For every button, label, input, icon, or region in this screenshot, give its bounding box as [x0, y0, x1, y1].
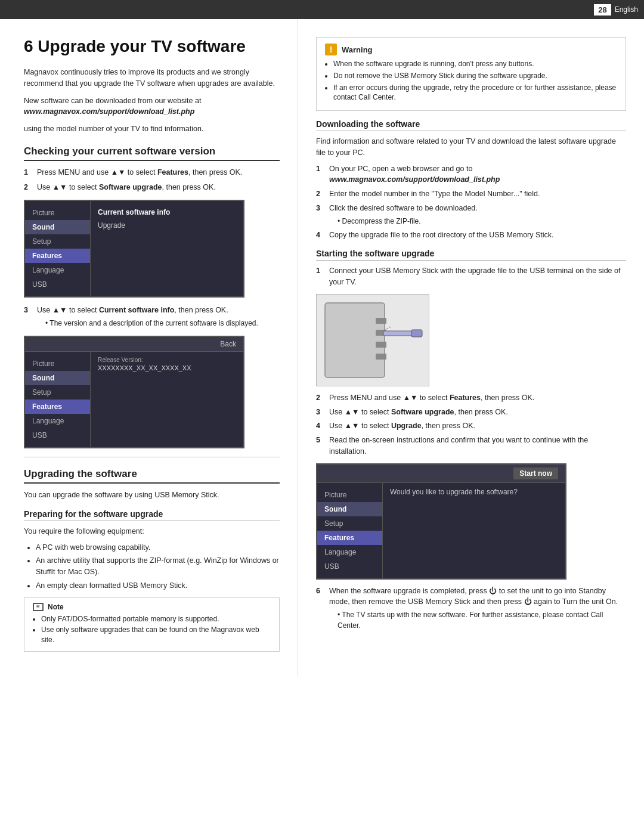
page-title: 6 Upgrade your TV software: [24, 37, 280, 56]
checking-steps: 1 Press MENU and use ▲▼ to select Featur…: [24, 167, 280, 193]
starting-steps-3: 6 When the software upgrade is completed…: [316, 586, 626, 631]
start-step-4: 4 Use ▲▼ to select Upgrade, then press O…: [316, 420, 626, 432]
menu-item-sound-1: Sound: [25, 220, 90, 234]
starting-steps-2: 2 Press MENU and use ▲▼ to select Featur…: [316, 392, 626, 457]
note-box: ≡ Note Only FAT/DOS-formatted portable m…: [24, 597, 280, 652]
preparing-item-1: A PC with web browsing capability.: [36, 542, 280, 553]
menu-item-language-1: Language: [25, 263, 90, 277]
page-number: 28: [594, 4, 611, 16]
starting-steps: 1 Connect your USB Memory Stick with the…: [316, 265, 626, 288]
note-item-2: Use only software upgrades that can be f…: [41, 625, 271, 645]
language-label: English: [615, 5, 638, 14]
svg-rect-3: [376, 342, 386, 348]
dl-step-1: 1 On your PC, open a web browser and go …: [316, 163, 626, 186]
section-starting-title: Starting the software upgrade: [316, 249, 626, 261]
step-1: 1 Press MENU and use ▲▼ to select Featur…: [24, 167, 280, 178]
menu3-usb: USB: [317, 559, 382, 574]
start-now-button[interactable]: Start now: [513, 467, 558, 479]
menu-right-software-info: Current software info: [98, 206, 236, 219]
note-header-label: Note: [48, 603, 64, 611]
menu2-usb: USB: [25, 428, 90, 442]
menu2-picture: Picture: [25, 357, 90, 371]
start-step-1: 1 Connect your USB Memory Stick with the…: [316, 265, 626, 288]
preparing-intro: You require the following equipment:: [24, 526, 280, 537]
warning-item-2: Do not remove the USB Memory Stick durin…: [333, 71, 617, 81]
back-label: Back: [220, 340, 236, 348]
release-version-label: Release Version:: [98, 357, 236, 363]
note-icon: ≡: [33, 603, 44, 611]
menu-box-2: Back Picture Sound Setup Features Langua…: [24, 336, 244, 448]
menu2-sound: Sound: [25, 371, 90, 385]
warning-title: Warning: [342, 45, 373, 54]
main-content: 6 Upgrade your TV software Magnavox cont…: [0, 19, 644, 676]
intro-para2: New software can be downloaded from our …: [24, 95, 280, 118]
section-preparing-title: Preparing for the software upgrade: [24, 509, 280, 521]
section-downloading-title: Downloading the software: [316, 119, 626, 131]
svg-rect-0: [325, 303, 385, 377]
checking-steps-2: 3 Use ▲▼ to select Current software info…: [24, 305, 280, 329]
upgrading-intro: You can upgrade the software by using US…: [24, 490, 280, 501]
section-checking-title: Checking your current software version: [24, 145, 280, 161]
intro-url: www.magnavox.com/support/download_list.p…: [24, 107, 194, 116]
warning-item-3: If an error occurs during the upgrade, r…: [333, 83, 617, 103]
warning-box: ! Warning When the software upgrade is r…: [316, 37, 626, 111]
dl-step-2: 2 Enter the model number in the "Type th…: [316, 188, 626, 200]
menu3-features: Features: [317, 531, 382, 545]
menu2-setup: Setup: [25, 385, 90, 400]
dl-step-3: 3 Click the desired software to be downl…: [316, 203, 626, 227]
svg-rect-4: [376, 354, 386, 360]
menu3-picture: Picture: [317, 488, 382, 502]
menu-box-1: Picture Sound Setup Features Language US…: [24, 200, 244, 298]
menu-item-picture: Picture: [25, 206, 90, 220]
menu3-sound: Sound: [317, 502, 382, 516]
start-step-2: 2 Press MENU and use ▲▼ to select Featur…: [316, 392, 626, 404]
menu2-language: Language: [25, 414, 90, 428]
intro-para1: Magnavox continuously tries to improve i…: [24, 67, 280, 89]
svg-rect-1: [376, 318, 386, 324]
preparing-item-3: An empty clean formatted USB Memory Stic…: [36, 580, 280, 592]
usb-illustration: [316, 294, 429, 386]
start-step-5: 5 Read the on-screen instructions and co…: [316, 435, 626, 457]
step-2: 2 Use ▲▼ to select Software upgrade, the…: [24, 182, 280, 193]
menu-item-setup-1: Setup: [25, 234, 90, 249]
start-step-6: 6 When the software upgrade is completed…: [316, 586, 626, 631]
downloading-steps: 1 On your PC, open a web browser and go …: [316, 163, 626, 241]
warning-icon: !: [325, 44, 337, 55]
dl-step-4: 4 Copy the upgrade file to the root dire…: [316, 230, 626, 241]
note-item-1: Only FAT/DOS-formatted portable memory i…: [41, 614, 271, 624]
section-upgrading-title: Upgrading the software: [24, 468, 280, 484]
menu3-language: Language: [317, 545, 382, 559]
preparing-items: A PC with web browsing capability. An ar…: [24, 542, 280, 592]
preparing-item-2: An archive utility that supports the ZIP…: [36, 555, 280, 578]
release-version-value: XXXXXXXX_XX_XX_XXXX_XX: [98, 364, 236, 371]
downloading-intro: Find information and software related to…: [316, 136, 626, 159]
menu-right-upgrade: Upgrade: [98, 219, 236, 232]
left-column: 6 Upgrade your TV software Magnavox cont…: [0, 19, 298, 676]
menu3-setup: Setup: [317, 516, 382, 531]
divider-1: [24, 457, 280, 457]
top-bar: 28 English: [0, 0, 644, 19]
menu-item-usb-1: USB: [25, 277, 90, 292]
start-step-3: 3 Use ▲▼ to select Software upgrade, the…: [316, 407, 626, 418]
upgrade-dialog-text: Would you like to upgrade the software?: [390, 488, 518, 496]
menu2-features: Features: [25, 400, 90, 414]
dl-url: www.magnavox.com/support/download_list.p…: [329, 175, 500, 184]
menu-box-3: Start now Picture Sound Setup Features L…: [316, 463, 566, 580]
step-3: 3 Use ▲▼ to select Current software info…: [24, 305, 280, 329]
intro-para3: using the model number of your TV to fin…: [24, 123, 280, 135]
svg-rect-6: [411, 330, 422, 337]
warning-item-1: When the software upgrade is running, do…: [333, 59, 617, 69]
menu-item-features-1: Features: [25, 249, 90, 263]
right-column: ! Warning When the software upgrade is r…: [298, 19, 644, 676]
